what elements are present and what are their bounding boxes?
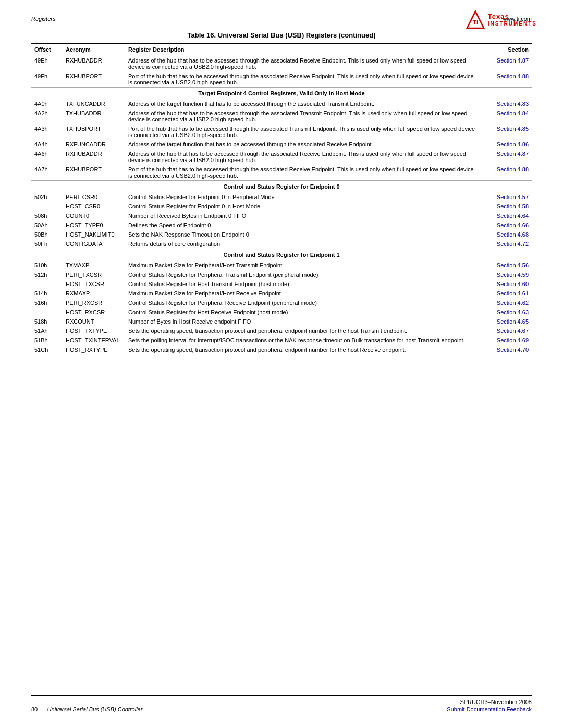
section-link[interactable]: Section 4.61 bbox=[497, 290, 529, 297]
table-row: 516hPERI_RXCSRControl Status Register fo… bbox=[31, 298, 532, 307]
cell-acronym: HOST_CSR0 bbox=[63, 202, 125, 211]
section-link[interactable]: Section 4.57 bbox=[497, 194, 529, 200]
cell-description: Control Status Register for Peripheral R… bbox=[125, 298, 480, 307]
cell-description: Control Status Register for Peripheral T… bbox=[125, 270, 480, 279]
cell-description: Defines the Speed of Endpoint 0 bbox=[125, 220, 480, 230]
cell-section[interactable]: Section 4.87 bbox=[480, 149, 532, 165]
cell-section[interactable]: Section 4.70 bbox=[480, 345, 532, 354]
section-link[interactable]: Section 4.69 bbox=[497, 337, 529, 343]
section-link[interactable]: Section 4.88 bbox=[497, 73, 529, 79]
cell-description: Sets the polling interval for Interrupt/… bbox=[125, 336, 480, 345]
page-footer: 80 Universal Serial Bus (USB) Controller… bbox=[31, 695, 532, 712]
cell-offset bbox=[31, 307, 63, 317]
table-row: 51ChHOST_RXTYPESets the operating speed,… bbox=[31, 345, 532, 354]
section-link[interactable]: Section 4.88 bbox=[497, 166, 529, 172]
submit-documentation-link[interactable]: Submit Documentation Feedback bbox=[447, 706, 532, 712]
cell-section[interactable]: Section 4.56 bbox=[480, 261, 532, 270]
table-row: 50AhHOST_TYPE0Defines the Speed of Endpo… bbox=[31, 220, 532, 230]
col-header-desc: Register Description bbox=[125, 44, 480, 55]
page-header: Registers www.ti.com bbox=[31, 16, 532, 22]
ti-logo-icon: TI bbox=[466, 10, 485, 29]
cell-offset: 49Fh bbox=[31, 71, 63, 88]
section-link[interactable]: Section 4.59 bbox=[497, 272, 529, 278]
section-link[interactable]: Section 4.65 bbox=[497, 318, 529, 325]
cell-acronym: RXHUBPORT bbox=[63, 165, 125, 181]
cell-acronym: PERI_TXCSR bbox=[63, 270, 125, 279]
cell-offset bbox=[31, 279, 63, 289]
cell-section[interactable]: Section 4.68 bbox=[480, 230, 532, 239]
cell-section[interactable]: Section 4.61 bbox=[480, 289, 532, 298]
cell-section[interactable]: Section 4.66 bbox=[480, 220, 532, 230]
section-link[interactable]: Section 4.56 bbox=[497, 262, 529, 268]
section-link[interactable]: Section 4.83 bbox=[497, 101, 529, 107]
table-row: 4A7hRXHUBPORTPort of the hub that has to… bbox=[31, 165, 532, 181]
cell-offset: 51Ah bbox=[31, 326, 63, 336]
cell-section[interactable]: Section 4.72 bbox=[480, 239, 532, 249]
footer-right: SPRUGH3–November 2008 Submit Documentati… bbox=[447, 699, 532, 712]
subheader-text: Target Endpoint 4 Control Registers, Val… bbox=[31, 88, 532, 100]
section-link[interactable]: Section 4.68 bbox=[497, 231, 529, 238]
section-link[interactable]: Section 4.60 bbox=[497, 281, 529, 287]
cell-section[interactable]: Section 4.88 bbox=[480, 71, 532, 88]
registers-table: Offset Acronym Register Description Sect… bbox=[31, 43, 532, 354]
section-link[interactable]: Section 4.63 bbox=[497, 309, 529, 315]
cell-section[interactable]: Section 4.59 bbox=[480, 270, 532, 279]
section-link[interactable]: Section 4.70 bbox=[497, 347, 529, 353]
section-link[interactable]: Section 4.72 bbox=[497, 241, 529, 247]
section-link[interactable]: Section 4.85 bbox=[497, 126, 529, 132]
cell-acronym: RXHUBPORT bbox=[63, 71, 125, 88]
table-row: HOST_TXCSRControl Status Register for Ho… bbox=[31, 279, 532, 289]
cell-acronym: HOST_NAKLIMIT0 bbox=[63, 230, 125, 239]
cell-section[interactable]: Section 4.69 bbox=[480, 336, 532, 345]
cell-section[interactable]: Section 4.84 bbox=[480, 108, 532, 124]
footer-doc-id: SPRUGH3–November 2008 bbox=[447, 699, 532, 705]
table-row: 50FhCONFIGDATAReturns details of core co… bbox=[31, 239, 532, 249]
footer-left: 80 Universal Serial Bus (USB) Controller bbox=[31, 706, 142, 712]
ti-texas: Texas bbox=[488, 13, 537, 21]
cell-section[interactable]: Section 4.67 bbox=[480, 326, 532, 336]
cell-section[interactable]: Section 4.62 bbox=[480, 298, 532, 307]
cell-section[interactable]: Section 4.83 bbox=[480, 99, 532, 108]
section-link[interactable]: Section 4.67 bbox=[497, 328, 529, 334]
cell-section[interactable]: Section 4.60 bbox=[480, 279, 532, 289]
table-row: 512hPERI_TXCSRControl Status Register fo… bbox=[31, 270, 532, 279]
cell-offset bbox=[31, 202, 63, 211]
cell-section[interactable]: Section 4.85 bbox=[480, 124, 532, 140]
cell-offset: 502h bbox=[31, 192, 63, 202]
cell-acronym: HOST_TXCSR bbox=[63, 279, 125, 289]
table-subheader-row: Control and Status Register for Endpoint… bbox=[31, 181, 532, 193]
ti-instruments: Instruments bbox=[488, 21, 537, 27]
cell-offset: 50Bh bbox=[31, 230, 63, 239]
section-link[interactable]: Section 4.58 bbox=[497, 203, 529, 209]
cell-offset: 50Ah bbox=[31, 220, 63, 230]
cell-acronym: HOST_TXINTERVAL bbox=[63, 336, 125, 345]
cell-acronym: RXHUBADDR bbox=[63, 149, 125, 165]
cell-description: Address of the hub that has to be access… bbox=[125, 55, 480, 72]
cell-offset: 510h bbox=[31, 261, 63, 270]
page: TI Texas Instruments Registers www.ti.co… bbox=[0, 0, 563, 728]
cell-description: Number of Received Bytes in Endpoint 0 F… bbox=[125, 211, 480, 220]
cell-section[interactable]: Section 4.87 bbox=[480, 55, 532, 72]
section-link[interactable]: Section 4.62 bbox=[497, 300, 529, 306]
cell-section[interactable]: Section 4.58 bbox=[480, 202, 532, 211]
table-row: HOST_RXCSRControl Status Register for Ho… bbox=[31, 307, 532, 317]
cell-section[interactable]: Section 4.63 bbox=[480, 307, 532, 317]
section-link[interactable]: Section 4.84 bbox=[497, 110, 529, 116]
section-link[interactable]: Section 4.66 bbox=[497, 222, 529, 228]
cell-offset: 50Fh bbox=[31, 239, 63, 249]
section-link[interactable]: Section 4.87 bbox=[497, 151, 529, 157]
cell-description: Port of the hub that has to be accessed … bbox=[125, 165, 480, 181]
cell-offset: 514h bbox=[31, 289, 63, 298]
section-link[interactable]: Section 4.86 bbox=[497, 141, 529, 147]
cell-section[interactable]: Section 4.57 bbox=[480, 192, 532, 202]
cell-section[interactable]: Section 4.65 bbox=[480, 317, 532, 326]
cell-section[interactable]: Section 4.86 bbox=[480, 140, 532, 149]
cell-section[interactable]: Section 4.88 bbox=[480, 165, 532, 181]
section-link[interactable]: Section 4.87 bbox=[497, 57, 529, 64]
cell-section[interactable]: Section 4.64 bbox=[480, 211, 532, 220]
cell-offset: 518h bbox=[31, 317, 63, 326]
col-header-acronym: Acronym bbox=[63, 44, 125, 55]
cell-acronym: RXFUNCADDR bbox=[63, 140, 125, 149]
section-link[interactable]: Section 4.64 bbox=[497, 213, 529, 219]
cell-acronym: CONFIGDATA bbox=[63, 239, 125, 249]
